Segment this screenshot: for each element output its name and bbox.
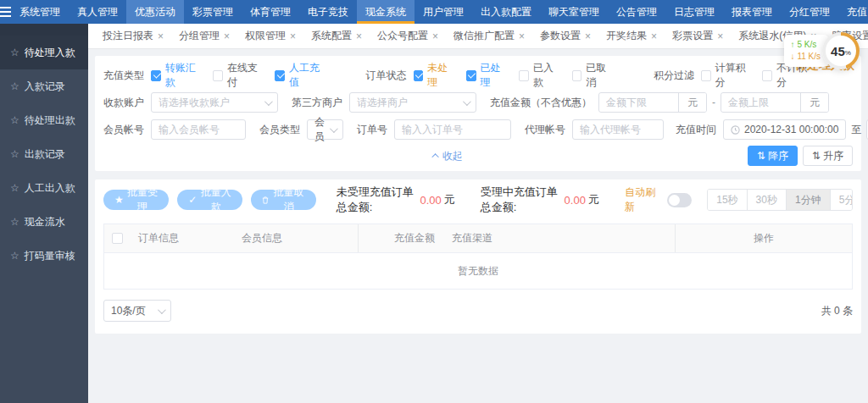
third-party-select[interactable]: 请选择商户: [349, 92, 476, 113]
batch-deposit-button[interactable]: ✓ 批量入款: [177, 190, 242, 210]
auto-refresh-toggle[interactable]: [667, 193, 693, 207]
amount-min-input[interactable]: [599, 93, 678, 112]
order-status-group: 订单状态 未处理已处理已入款已取消: [366, 61, 625, 90]
start-date-input[interactable]: 2020-12-31 00:00:00: [723, 119, 846, 140]
auto-refresh-label: 自动刷新: [625, 185, 660, 214]
tab[interactable]: 参数设置: [532, 29, 598, 43]
tab[interactable]: 投注日报表: [95, 29, 171, 43]
sidebar-item[interactable]: ☆ 现金流水: [0, 205, 88, 239]
chevron-down-icon: [158, 306, 166, 314]
hamburger-menu-icon[interactable]: [0, 0, 11, 24]
filter-row-checkboxes: 充值类型 转账汇款在线支付人工充值 订单状态 未处理已处理已入款已取消 积分过滤…: [103, 64, 853, 86]
checkbox-option[interactable]: 计算积分: [701, 61, 751, 90]
tab[interactable]: 开奖结果: [598, 29, 665, 43]
receive-account-select[interactable]: 请选择收款账户: [151, 92, 278, 113]
top-nav-item[interactable]: 真人管理: [69, 0, 126, 24]
sidebar-item[interactable]: ☆ 待处理入款: [0, 36, 88, 69]
checkbox-icon: [519, 70, 529, 81]
interval-button[interactable]: 5分钟: [831, 190, 853, 210]
chevron-up-icon: [431, 153, 438, 160]
checkbox-icon: [414, 70, 424, 81]
tab-label: 彩票设置: [672, 29, 713, 43]
order-totals: 未受理充值订单总金额: 0.00 元 受理中充值订单总金额: 0.00 元: [337, 185, 625, 215]
interval-button[interactable]: 15秒: [708, 190, 747, 210]
page-size-select[interactable]: 10条/页: [103, 300, 171, 322]
sidebar-item[interactable]: ☆ 打码量审核: [0, 239, 88, 273]
checkbox-option[interactable]: 已处理: [466, 61, 507, 90]
checkbox-option[interactable]: 已取消: [572, 61, 613, 90]
order-no-input[interactable]: [394, 119, 511, 140]
checkbox-option[interactable]: 转账汇款: [151, 61, 201, 90]
tab-close-icon[interactable]: [585, 30, 591, 42]
top-nav-item[interactable]: 公告管理: [608, 0, 665, 24]
checkbox-option[interactable]: 人工充值: [275, 61, 325, 90]
member-type-select[interactable]: 会员: [307, 119, 343, 140]
star-icon: ☆: [10, 80, 19, 92]
sidebar-item[interactable]: ☆ 人工出入款: [0, 171, 88, 205]
top-nav-item[interactable]: 报表管理: [723, 0, 781, 24]
member-type-label: 会员类型: [259, 123, 300, 137]
tab[interactable]: 彩票设置: [665, 29, 731, 43]
sidebar-item[interactable]: ☆ 待处理出款: [0, 103, 88, 137]
top-nav-item[interactable]: 用户管理: [415, 0, 472, 24]
third-party-label: 第三方商户: [292, 96, 342, 110]
tab-close-icon[interactable]: [519, 30, 525, 42]
sidebar-item-label: 打码量审核: [25, 249, 75, 263]
recharge-link[interactable]: 充值: [838, 5, 868, 19]
tab-close-icon[interactable]: [651, 30, 657, 42]
select-all-checkbox[interactable]: [112, 233, 123, 244]
top-nav-item[interactable]: 体育管理: [242, 0, 299, 24]
tab[interactable]: 分组管理: [171, 29, 237, 43]
tab[interactable]: 系统配置: [303, 29, 370, 43]
sort-desc-button[interactable]: ⇅降序: [748, 146, 798, 166]
amount-max-input[interactable]: [721, 93, 800, 112]
tab-close-icon[interactable]: [717, 30, 723, 42]
order-status-label: 订单状态: [366, 69, 407, 83]
checkbox-icon: [762, 70, 772, 81]
top-nav-item[interactable]: 电子竞技: [299, 0, 357, 24]
date-to-label: 至: [851, 123, 861, 137]
tab[interactable]: 微信推广配置: [446, 29, 532, 43]
tab-close-icon[interactable]: [158, 30, 164, 42]
clock-icon: [731, 125, 740, 135]
open-tabs: 投注日报表 分组管理 权限管理 系统配置 公众号配置 微信推广配置 参数设置: [95, 29, 868, 43]
tab[interactable]: 公众号配置: [370, 29, 446, 43]
sidebar: ☆ 待处理入款 ☆ 入款记录 ☆ 待处理出款 ☆ 出款记录 ☆ 人工出入款 ☆ …: [0, 24, 88, 403]
tab-close-icon[interactable]: [432, 30, 438, 42]
top-nav-item[interactable]: 现金系统: [357, 0, 415, 24]
tab-label: 分组管理: [179, 29, 220, 43]
top-nav-item[interactable]: 聊天室管理: [540, 0, 608, 24]
top-nav-item[interactable]: 日志管理: [665, 0, 723, 24]
top-nav-item[interactable]: 分红管理: [781, 0, 838, 24]
tab-close-icon[interactable]: [290, 30, 296, 42]
interval-button[interactable]: 30秒: [748, 190, 787, 210]
pending-total-value: 0.00: [420, 194, 442, 207]
member-account-label: 会员帐号: [103, 123, 144, 137]
download-speed: ↓ 11 K/s: [791, 51, 821, 63]
collapse-filters-link[interactable]: 收起: [434, 149, 463, 163]
sort-asc-button[interactable]: ⇅升序: [803, 146, 853, 166]
collapse-row: 收起 ⇅降序 ⇅升序: [103, 146, 853, 166]
tab-close-icon[interactable]: [224, 30, 230, 42]
checkbox-option[interactable]: 未处理: [414, 61, 454, 90]
star-icon: ☆: [10, 148, 19, 160]
top-nav-item[interactable]: 系统管理: [11, 0, 69, 24]
member-account-input[interactable]: [151, 119, 246, 140]
batch-accept-button[interactable]: ★ 批量受理: [103, 190, 169, 210]
network-monitor-widget[interactable]: ↑ 5 K/s ↓ 11 K/s 45 %: [784, 32, 860, 69]
agent-account-input[interactable]: [572, 119, 664, 140]
tab-close-icon[interactable]: [356, 30, 362, 42]
top-nav-item[interactable]: 优惠活动: [126, 0, 184, 24]
tab[interactable]: 权限管理: [237, 29, 303, 43]
batch-cancel-button[interactable]: 批量取消: [251, 190, 316, 210]
top-nav-item[interactable]: 彩票管理: [184, 0, 242, 24]
checkbox-option[interactable]: 已入款: [519, 61, 559, 90]
accepting-total: 受理中充值订单总金额: 0.00 元: [481, 185, 599, 215]
interval-button[interactable]: 1分钟: [787, 190, 831, 210]
sidebar-item[interactable]: ☆ 入款记录: [0, 69, 88, 103]
checkbox-icon: [572, 70, 582, 81]
top-nav-item[interactable]: 出入款配置: [472, 0, 540, 24]
checkbox-option[interactable]: 在线支付: [213, 61, 263, 90]
sidebar-item[interactable]: ☆ 出款记录: [0, 137, 88, 171]
sidebar-item-label: 人工出入款: [25, 181, 75, 196]
